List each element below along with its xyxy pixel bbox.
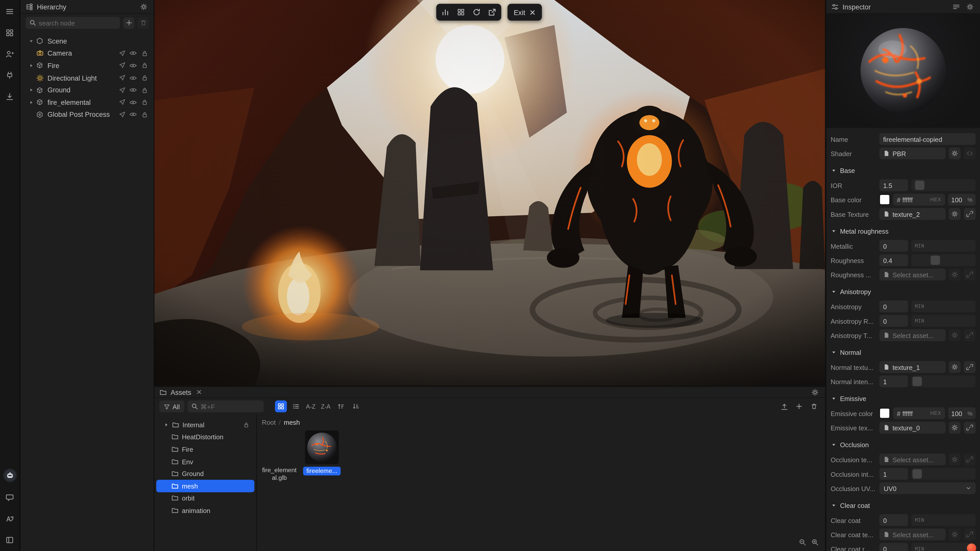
unlink-icon[interactable] [964,529,976,540]
folder-animation[interactable]: animation [156,504,254,516]
stats-icon[interactable] [438,5,453,19]
folder-mesh[interactable]: mesh [156,480,254,492]
lock-icon[interactable] [140,49,149,58]
visibility-eye-icon[interactable] [129,98,137,106]
clear-coat-slider[interactable]: MIN [912,514,976,526]
user-avatar[interactable] [3,468,17,483]
texture-select-button[interactable]: texture_0 [880,422,946,433]
hierarchy-node-camera[interactable]: Camera [21,47,154,59]
chevron-right-icon[interactable] [27,87,35,93]
code-icon[interactable] [964,148,976,159]
inspector-menu-icon[interactable] [951,2,961,11]
hex-input[interactable]: # ffffff HEX [893,194,945,206]
folder-orbit[interactable]: orbit [156,492,254,504]
hierarchy-node-fire-elemental[interactable]: fire_elemental [21,96,154,108]
lock-icon[interactable] [140,110,149,119]
language-icon[interactable] [3,512,16,525]
chevron-right-icon[interactable] [27,63,35,68]
sort-asc-icon[interactable] [335,400,347,413]
shader-select-button[interactable]: PBR [880,148,946,159]
unlink-icon[interactable] [964,454,976,465]
lock-icon[interactable] [140,73,149,82]
hierarchy-search-input[interactable] [39,19,116,27]
panel-icon[interactable] [3,534,16,546]
hex-input[interactable]: # ffffff HEX [893,407,945,419]
asset-item-material-selected[interactable]: fireeleme... [304,430,339,475]
upload-icon[interactable] [778,400,790,413]
delete-node-button[interactable] [138,17,149,28]
texture-select-button[interactable]: texture_2 [880,208,946,220]
inspector-settings-gear-icon[interactable] [965,2,975,11]
clear-coat-roughness-input[interactable] [880,543,908,551]
zoom-in-icon[interactable] [810,537,820,547]
locate-icon[interactable] [118,49,126,58]
ior-slider[interactable] [912,179,976,191]
hierarchy-settings-gear-icon[interactable] [139,2,149,11]
locate-icon[interactable] [118,73,126,82]
clear-coat-input[interactable] [880,514,908,526]
roughness-input[interactable] [880,254,908,266]
hierarchy-node-directional-light[interactable]: Directional Light [21,72,154,84]
close-icon[interactable] [530,9,536,15]
assets-settings-gear-icon[interactable] [810,387,820,397]
ior-input[interactable] [880,179,908,191]
sort-az-button[interactable]: A-Z [305,400,317,413]
section-normal[interactable]: Normal [826,345,980,360]
gear-icon[interactable] [949,268,961,281]
asset-item-glb[interactable]: fire_elemental.glb [262,430,297,482]
add-asset-button[interactable] [793,400,805,413]
viewport[interactable]: Exit [154,0,825,386]
lock-icon[interactable] [140,61,149,70]
folder-heatdistortion[interactable]: HeatDistortion [156,431,254,443]
section-base[interactable]: Base [826,163,980,178]
exit-button[interactable]: Exit [508,4,542,21]
occlusion-intensity-input[interactable] [880,468,908,480]
breadcrumb-root[interactable]: Root [262,419,275,426]
material-preview[interactable] [826,14,980,128]
anisotropy-rotation-input[interactable] [880,315,908,327]
assets-search[interactable] [187,400,264,413]
hierarchy-search[interactable] [25,17,120,29]
unlink-icon[interactable] [964,422,976,433]
hierarchy-node-global-post-process[interactable]: Global Post Process [21,108,154,121]
visibility-eye-icon[interactable] [129,86,137,94]
plugin-icon[interactable] [3,68,16,81]
chevron-right-icon[interactable] [27,100,35,105]
texture-select-button[interactable]: texture_1 [880,361,946,373]
gear-icon[interactable] [949,148,961,159]
normal-intensity-slider[interactable] [912,375,976,387]
refresh-icon[interactable] [469,5,484,19]
section-metal-roughness[interactable]: Metal roughness [826,224,980,239]
locate-icon[interactable] [118,86,126,94]
anisotropy-slider[interactable]: MIN [912,300,976,313]
lock-icon[interactable] [140,86,149,94]
delete-asset-button[interactable] [808,400,820,413]
download-icon[interactable] [3,90,16,103]
unlink-icon[interactable] [964,268,976,281]
section-anisotropy[interactable]: Anisotropy [826,284,980,299]
section-occlusion[interactable]: Occlusion [826,437,980,452]
texture-select-button[interactable]: Select asset... [880,329,946,341]
texture-select-button[interactable]: Select asset... [880,268,946,281]
texture-select-button[interactable]: Select asset... [880,454,946,465]
anisotropy-input[interactable] [880,300,908,313]
clear-coat-roughness-slider[interactable]: MIN [912,543,976,551]
anisotropy-rotation-slider[interactable]: MIN [912,315,976,327]
visibility-eye-icon[interactable] [129,61,137,70]
alpha-input[interactable]: 100 % [948,407,976,419]
menu-icon[interactable] [3,5,16,17]
gizmo-grid-icon[interactable] [453,5,469,19]
sort-za-button[interactable]: Z-A [320,400,332,413]
lock-icon[interactable] [140,98,149,106]
notification-badge[interactable] [967,544,977,551]
gear-icon[interactable] [949,329,961,341]
occlusion-intensity-slider[interactable] [912,468,976,480]
gear-icon[interactable] [949,361,961,373]
folder-fire[interactable]: Fire [156,443,254,455]
gear-icon[interactable] [949,529,961,540]
unlink-icon[interactable] [964,208,976,220]
section-emissive[interactable]: Emissive [826,391,980,406]
hierarchy-node-fire[interactable]: Fire [21,59,154,72]
name-input[interactable] [880,133,976,145]
gear-icon[interactable] [949,422,961,433]
